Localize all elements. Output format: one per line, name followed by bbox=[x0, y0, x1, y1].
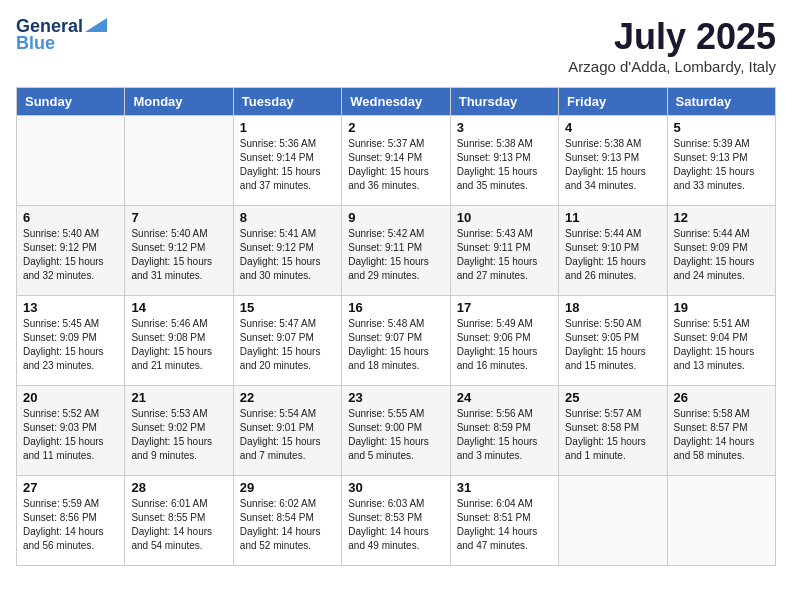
day-number: 1 bbox=[240, 120, 335, 135]
weekday-header-wednesday: Wednesday bbox=[342, 88, 450, 116]
day-info: Sunrise: 5:44 AM Sunset: 9:09 PM Dayligh… bbox=[674, 227, 769, 283]
day-number: 11 bbox=[565, 210, 660, 225]
calendar-week-3: 13Sunrise: 5:45 AM Sunset: 9:09 PM Dayli… bbox=[17, 296, 776, 386]
day-info: Sunrise: 5:56 AM Sunset: 8:59 PM Dayligh… bbox=[457, 407, 552, 463]
weekday-header-friday: Friday bbox=[559, 88, 667, 116]
day-number: 5 bbox=[674, 120, 769, 135]
day-number: 20 bbox=[23, 390, 118, 405]
day-number: 29 bbox=[240, 480, 335, 495]
day-info: Sunrise: 6:01 AM Sunset: 8:55 PM Dayligh… bbox=[131, 497, 226, 553]
day-info: Sunrise: 5:54 AM Sunset: 9:01 PM Dayligh… bbox=[240, 407, 335, 463]
day-info: Sunrise: 5:36 AM Sunset: 9:14 PM Dayligh… bbox=[240, 137, 335, 193]
calendar-cell: 29Sunrise: 6:02 AM Sunset: 8:54 PM Dayli… bbox=[233, 476, 341, 566]
calendar-cell: 25Sunrise: 5:57 AM Sunset: 8:58 PM Dayli… bbox=[559, 386, 667, 476]
day-number: 16 bbox=[348, 300, 443, 315]
logo: General Blue bbox=[16, 16, 107, 54]
day-number: 6 bbox=[23, 210, 118, 225]
weekday-header-saturday: Saturday bbox=[667, 88, 775, 116]
day-info: Sunrise: 5:46 AM Sunset: 9:08 PM Dayligh… bbox=[131, 317, 226, 373]
calendar-cell bbox=[559, 476, 667, 566]
day-number: 3 bbox=[457, 120, 552, 135]
day-number: 4 bbox=[565, 120, 660, 135]
weekday-header-thursday: Thursday bbox=[450, 88, 558, 116]
day-info: Sunrise: 5:59 AM Sunset: 8:56 PM Dayligh… bbox=[23, 497, 118, 553]
calendar-cell: 27Sunrise: 5:59 AM Sunset: 8:56 PM Dayli… bbox=[17, 476, 125, 566]
day-number: 13 bbox=[23, 300, 118, 315]
day-info: Sunrise: 5:51 AM Sunset: 9:04 PM Dayligh… bbox=[674, 317, 769, 373]
day-number: 8 bbox=[240, 210, 335, 225]
day-info: Sunrise: 5:45 AM Sunset: 9:09 PM Dayligh… bbox=[23, 317, 118, 373]
day-number: 17 bbox=[457, 300, 552, 315]
day-info: Sunrise: 5:58 AM Sunset: 8:57 PM Dayligh… bbox=[674, 407, 769, 463]
day-number: 7 bbox=[131, 210, 226, 225]
day-info: Sunrise: 5:41 AM Sunset: 9:12 PM Dayligh… bbox=[240, 227, 335, 283]
day-number: 25 bbox=[565, 390, 660, 405]
day-info: Sunrise: 5:44 AM Sunset: 9:10 PM Dayligh… bbox=[565, 227, 660, 283]
calendar-cell: 22Sunrise: 5:54 AM Sunset: 9:01 PM Dayli… bbox=[233, 386, 341, 476]
calendar-cell: 1Sunrise: 5:36 AM Sunset: 9:14 PM Daylig… bbox=[233, 116, 341, 206]
calendar-cell: 11Sunrise: 5:44 AM Sunset: 9:10 PM Dayli… bbox=[559, 206, 667, 296]
calendar-cell: 21Sunrise: 5:53 AM Sunset: 9:02 PM Dayli… bbox=[125, 386, 233, 476]
calendar-cell: 15Sunrise: 5:47 AM Sunset: 9:07 PM Dayli… bbox=[233, 296, 341, 386]
day-info: Sunrise: 5:39 AM Sunset: 9:13 PM Dayligh… bbox=[674, 137, 769, 193]
day-info: Sunrise: 5:38 AM Sunset: 9:13 PM Dayligh… bbox=[457, 137, 552, 193]
calendar-body: 1Sunrise: 5:36 AM Sunset: 9:14 PM Daylig… bbox=[17, 116, 776, 566]
day-info: Sunrise: 6:02 AM Sunset: 8:54 PM Dayligh… bbox=[240, 497, 335, 553]
day-info: Sunrise: 5:37 AM Sunset: 9:14 PM Dayligh… bbox=[348, 137, 443, 193]
calendar-cell: 24Sunrise: 5:56 AM Sunset: 8:59 PM Dayli… bbox=[450, 386, 558, 476]
calendar-cell: 9Sunrise: 5:42 AM Sunset: 9:11 PM Daylig… bbox=[342, 206, 450, 296]
day-number: 14 bbox=[131, 300, 226, 315]
day-number: 18 bbox=[565, 300, 660, 315]
page-header: General Blue July 2025 Arzago d'Adda, Lo… bbox=[16, 16, 776, 75]
logo-icon bbox=[85, 18, 107, 32]
calendar-cell: 10Sunrise: 5:43 AM Sunset: 9:11 PM Dayli… bbox=[450, 206, 558, 296]
calendar-header-row: SundayMondayTuesdayWednesdayThursdayFrid… bbox=[17, 88, 776, 116]
day-number: 26 bbox=[674, 390, 769, 405]
day-number: 28 bbox=[131, 480, 226, 495]
day-info: Sunrise: 6:04 AM Sunset: 8:51 PM Dayligh… bbox=[457, 497, 552, 553]
day-info: Sunrise: 5:47 AM Sunset: 9:07 PM Dayligh… bbox=[240, 317, 335, 373]
day-info: Sunrise: 5:53 AM Sunset: 9:02 PM Dayligh… bbox=[131, 407, 226, 463]
calendar-cell: 23Sunrise: 5:55 AM Sunset: 9:00 PM Dayli… bbox=[342, 386, 450, 476]
calendar-cell bbox=[17, 116, 125, 206]
calendar-cell: 19Sunrise: 5:51 AM Sunset: 9:04 PM Dayli… bbox=[667, 296, 775, 386]
day-info: Sunrise: 5:52 AM Sunset: 9:03 PM Dayligh… bbox=[23, 407, 118, 463]
location: Arzago d'Adda, Lombardy, Italy bbox=[568, 58, 776, 75]
calendar-week-4: 20Sunrise: 5:52 AM Sunset: 9:03 PM Dayli… bbox=[17, 386, 776, 476]
day-info: Sunrise: 5:38 AM Sunset: 9:13 PM Dayligh… bbox=[565, 137, 660, 193]
calendar-cell: 5Sunrise: 5:39 AM Sunset: 9:13 PM Daylig… bbox=[667, 116, 775, 206]
calendar-cell: 28Sunrise: 6:01 AM Sunset: 8:55 PM Dayli… bbox=[125, 476, 233, 566]
calendar-cell: 18Sunrise: 5:50 AM Sunset: 9:05 PM Dayli… bbox=[559, 296, 667, 386]
day-number: 9 bbox=[348, 210, 443, 225]
day-number: 24 bbox=[457, 390, 552, 405]
calendar-cell: 4Sunrise: 5:38 AM Sunset: 9:13 PM Daylig… bbox=[559, 116, 667, 206]
calendar-cell: 13Sunrise: 5:45 AM Sunset: 9:09 PM Dayli… bbox=[17, 296, 125, 386]
month-title: July 2025 bbox=[568, 16, 776, 58]
calendar-cell bbox=[667, 476, 775, 566]
day-info: Sunrise: 5:49 AM Sunset: 9:06 PM Dayligh… bbox=[457, 317, 552, 373]
day-info: Sunrise: 5:48 AM Sunset: 9:07 PM Dayligh… bbox=[348, 317, 443, 373]
day-number: 22 bbox=[240, 390, 335, 405]
title-block: July 2025 Arzago d'Adda, Lombardy, Italy bbox=[568, 16, 776, 75]
svg-marker-0 bbox=[85, 18, 107, 32]
day-info: Sunrise: 5:50 AM Sunset: 9:05 PM Dayligh… bbox=[565, 317, 660, 373]
calendar-cell: 14Sunrise: 5:46 AM Sunset: 9:08 PM Dayli… bbox=[125, 296, 233, 386]
day-number: 15 bbox=[240, 300, 335, 315]
day-info: Sunrise: 5:43 AM Sunset: 9:11 PM Dayligh… bbox=[457, 227, 552, 283]
day-info: Sunrise: 5:42 AM Sunset: 9:11 PM Dayligh… bbox=[348, 227, 443, 283]
calendar-week-2: 6Sunrise: 5:40 AM Sunset: 9:12 PM Daylig… bbox=[17, 206, 776, 296]
day-info: Sunrise: 5:55 AM Sunset: 9:00 PM Dayligh… bbox=[348, 407, 443, 463]
calendar-cell: 7Sunrise: 5:40 AM Sunset: 9:12 PM Daylig… bbox=[125, 206, 233, 296]
day-info: Sunrise: 6:03 AM Sunset: 8:53 PM Dayligh… bbox=[348, 497, 443, 553]
calendar-table: SundayMondayTuesdayWednesdayThursdayFrid… bbox=[16, 87, 776, 566]
day-number: 30 bbox=[348, 480, 443, 495]
day-number: 21 bbox=[131, 390, 226, 405]
day-number: 31 bbox=[457, 480, 552, 495]
weekday-header-monday: Monday bbox=[125, 88, 233, 116]
weekday-header-sunday: Sunday bbox=[17, 88, 125, 116]
day-info: Sunrise: 5:57 AM Sunset: 8:58 PM Dayligh… bbox=[565, 407, 660, 463]
day-number: 12 bbox=[674, 210, 769, 225]
calendar-cell: 8Sunrise: 5:41 AM Sunset: 9:12 PM Daylig… bbox=[233, 206, 341, 296]
weekday-header-tuesday: Tuesday bbox=[233, 88, 341, 116]
calendar-cell: 17Sunrise: 5:49 AM Sunset: 9:06 PM Dayli… bbox=[450, 296, 558, 386]
